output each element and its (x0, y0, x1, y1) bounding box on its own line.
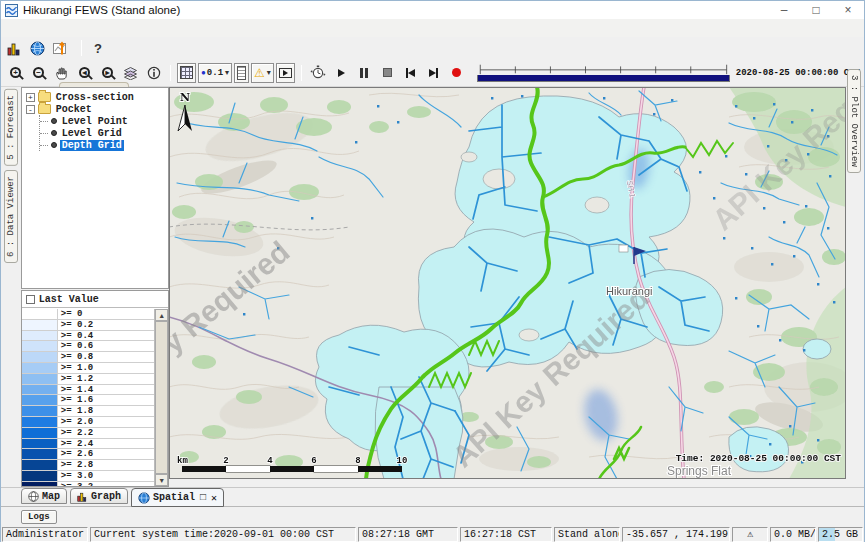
skip-start-icon (408, 69, 415, 77)
toolbar-separator (301, 65, 302, 81)
status-mode: Stand alone (554, 527, 620, 542)
legend-entry[interactable]: >= 3.2 (22, 482, 154, 486)
tab-map[interactable]: Map (21, 488, 67, 504)
legend-entry[interactable]: >= 2.0 (22, 417, 154, 428)
tab-forecast[interactable]: 5 : Forecast (4, 89, 18, 166)
tree-level-point[interactable]: Level Point (40, 115, 168, 127)
legend-swatch (22, 471, 58, 481)
legend-entry[interactable]: >= 1.4 (22, 385, 154, 396)
close-button[interactable]: × (832, 1, 864, 19)
timeline-date: 2020-08-25 00:00:00 CST (736, 68, 860, 78)
skip-to-end-button[interactable] (423, 63, 444, 83)
tab-data-viewer[interactable]: 6 : Data Viewer (4, 170, 18, 263)
legend-entry[interactable]: >= 2.6 (22, 449, 154, 460)
status-local-time: 16:27:18 CST (460, 527, 552, 542)
legend-entry[interactable]: >= 1.0 (22, 363, 154, 374)
time-navigator-button[interactable] (308, 63, 329, 83)
last-value-label: Last Value (39, 294, 99, 305)
expander-icon[interactable]: + (26, 93, 35, 102)
timeseries-display-icon[interactable] (53, 41, 69, 56)
record-button[interactable] (446, 63, 467, 83)
scroll-up-icon[interactable]: ▲ (155, 309, 168, 321)
clock-arrows-icon (310, 65, 326, 80)
logs-button[interactable]: Logs (21, 510, 57, 524)
tree-pocket[interactable]: - Pocket (26, 103, 168, 115)
minimize-button[interactable]: – (768, 1, 800, 19)
tree-depth-grid[interactable]: Depth Grid (40, 139, 168, 151)
legend-swatch (22, 320, 58, 330)
tab-graph[interactable]: Graph (70, 488, 128, 504)
legend-entry[interactable]: >= 1.8 (22, 406, 154, 417)
animation-button[interactable] (276, 63, 295, 83)
town-label: Hikurangi (606, 285, 652, 297)
layers-button[interactable] (120, 63, 141, 83)
tree-cross-section[interactable]: + Cross-section (26, 91, 168, 103)
stop-button[interactable] (377, 63, 398, 83)
tab-maximize-icon[interactable]: □ (200, 492, 206, 503)
legend-entry[interactable]: >= 2.8 (22, 460, 154, 471)
timeline-control[interactable]: 2020-08-25 00:00:00 CST (477, 63, 860, 82)
tab-close-icon[interactable]: ✕ (211, 492, 217, 504)
map-canvas[interactable]: API Key Required API Key Required API Ke… (169, 87, 846, 479)
svg-text:4: 4 (267, 456, 273, 466)
grid-icon (180, 66, 193, 79)
status-warning-icon[interactable]: ⚠ (732, 527, 768, 542)
info-icon (147, 66, 161, 80)
grid-toggle-button[interactable] (177, 63, 196, 83)
tree-level-grid[interactable]: Level Grid (40, 127, 168, 139)
legend-scrollbar[interactable]: ▲ ▼ (154, 309, 168, 486)
zoom-previous-button[interactable]: ◂ (74, 63, 95, 83)
map-toolbar: + − ◂ ▸ ● 0.1 ▾ (1, 59, 864, 87)
last-value-checkbox[interactable] (26, 295, 35, 304)
legend-entry[interactable]: >= 0.6 (22, 341, 154, 352)
zoom-next-button[interactable]: ▸ (97, 63, 118, 83)
legend-header: Last Value (22, 291, 168, 308)
map-area: API Key Required API Key Required API Ke… (169, 87, 846, 479)
time-slider[interactable] (477, 63, 730, 82)
logs-row: Logs (1, 507, 864, 526)
pan-button[interactable] (51, 63, 72, 83)
scale-unit: km (177, 456, 188, 466)
scroll-down-icon[interactable]: ▼ (155, 474, 168, 486)
legend-list: >= 0 >= 0.2 >= 0.4 >= 0.6 >= 0.8 (22, 309, 154, 486)
status-user: Administrator (2, 527, 88, 542)
legend-entry[interactable]: >= 0.4 (22, 331, 154, 342)
tab-plot-overview[interactable]: 3 : Plot Overview (847, 69, 861, 173)
grid-display-globe-icon[interactable] (30, 41, 45, 56)
legend-entry[interactable]: >= 1.6 (22, 395, 154, 406)
svg-text:6: 6 (311, 456, 316, 466)
maximize-button[interactable]: □ (800, 1, 832, 19)
legend-entry[interactable]: >= 1.2 (22, 374, 154, 385)
play-button[interactable] (331, 63, 352, 83)
scroll-thumb[interactable] (155, 321, 168, 474)
legend-swatch (22, 331, 58, 341)
point-size-dropdown[interactable]: ● 0.1 ▾ (198, 63, 232, 83)
time-span-bar[interactable] (477, 75, 730, 82)
legend-entry[interactable]: >= 2.4 (22, 439, 154, 450)
skip-end-icon (429, 69, 436, 77)
tab-spatial[interactable]: Spatial □ ✕ (131, 488, 224, 507)
zoom-out-button[interactable]: − (28, 63, 49, 83)
play-icon (338, 69, 345, 77)
help-icon[interactable]: ? (94, 41, 102, 56)
spatial-globe-icon (138, 492, 150, 504)
status-system-time: Current system time:2020-09-01 00:00 CST (90, 527, 356, 542)
zoom-in-button[interactable]: + (5, 63, 26, 83)
pause-button[interactable] (354, 63, 375, 83)
info-button[interactable] (143, 63, 164, 83)
expander-icon[interactable]: - (26, 105, 35, 114)
legend-button[interactable] (234, 63, 249, 83)
legend-entry[interactable]: >= 0.8 (22, 352, 154, 363)
legend-swatch (22, 428, 58, 438)
legend-entry[interactable]: >= 2.2 (22, 428, 154, 439)
skip-to-start-button[interactable] (400, 63, 421, 83)
legend-entry[interactable]: >= 3.0 (22, 471, 154, 482)
locality-label: Springs Flat (667, 464, 732, 478)
stop-icon (383, 68, 392, 77)
north-label: N (180, 91, 190, 104)
legend-entry[interactable]: >= 0 (22, 309, 154, 320)
archive-display-icon[interactable] (7, 41, 22, 56)
thresholds-dropdown[interactable]: ⚠ ▾ (251, 63, 274, 83)
legend-swatch (22, 460, 58, 470)
legend-entry[interactable]: >= 0.2 (22, 320, 154, 331)
